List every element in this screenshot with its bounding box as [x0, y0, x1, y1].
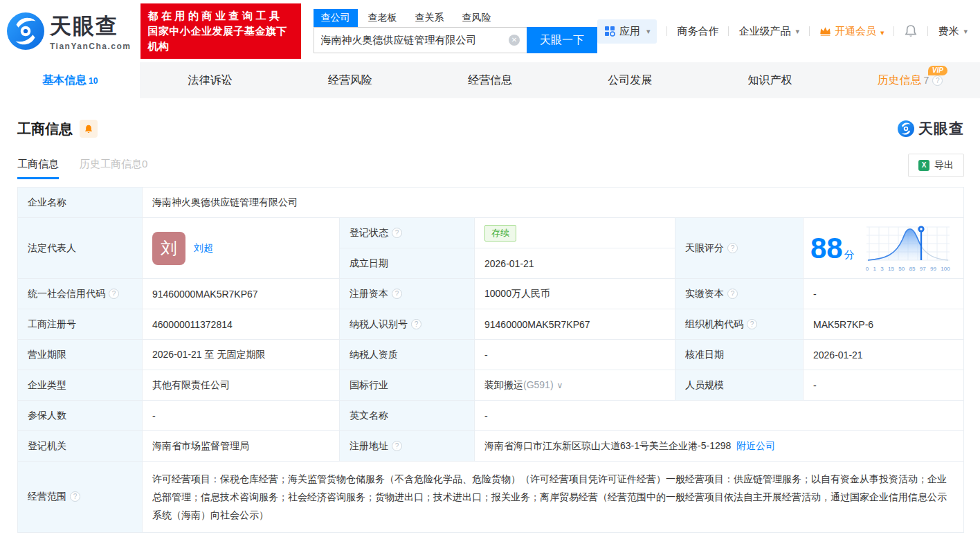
field-label: 组织机构代码: [675, 309, 804, 340]
export-button[interactable]: 导出: [908, 154, 964, 177]
watermark-label: 天眼查: [918, 119, 964, 138]
tab-operating-risk[interactable]: 经营风险: [280, 62, 420, 98]
search-tab-boss[interactable]: 查老板: [361, 9, 405, 27]
approval-date: 2026-01-21: [804, 340, 964, 370]
help-icon[interactable]: [727, 289, 738, 299]
slogan-banner: 都在用的商业查询工具 国家中小企业发展子基金旗下机构: [140, 3, 300, 58]
brand-name: 天眼查: [50, 12, 131, 41]
credit-code: 91460000MAK5R7KP67: [143, 279, 340, 309]
taxpayer-quality: -: [475, 340, 675, 370]
help-icon[interactable]: [932, 75, 943, 86]
chevron-down-icon[interactable]: [554, 379, 563, 390]
brand-domain: TianYanCha.com: [50, 42, 131, 51]
field-label: 纳税人识别号: [340, 309, 475, 340]
tab-basic-info[interactable]: 基本信息10: [0, 62, 140, 98]
field-label: 企业名称: [18, 188, 143, 218]
tab-history-info[interactable]: VIP 历史信息7: [840, 62, 980, 98]
help-icon[interactable]: [109, 289, 119, 299]
registered-capital: 10000万人民币: [475, 279, 675, 309]
help-icon[interactable]: [392, 289, 402, 299]
field-label: 登记状态: [340, 218, 475, 248]
field-label: 企业类型: [18, 370, 143, 401]
registration-status: 存续: [475, 218, 675, 248]
vip-badge: VIP: [928, 66, 947, 75]
company-type: 其他有限责任公司: [143, 370, 340, 401]
subtab-business-info[interactable]: 工商信息: [17, 158, 59, 179]
excel-icon: [918, 160, 929, 171]
industry-cell[interactable]: 装卸搬运(G591): [475, 370, 675, 401]
divider: [927, 26, 928, 36]
slogan-line2: 国家中小企业发展子基金旗下机构: [147, 24, 293, 54]
help-icon[interactable]: [411, 319, 421, 329]
field-label: 经营范围: [18, 462, 143, 533]
insured-count: -: [143, 401, 340, 431]
legal-representative-link[interactable]: 刘超: [194, 242, 213, 255]
help-icon[interactable]: [747, 319, 757, 329]
slogan-line1: 都在用的商业查询工具: [147, 8, 293, 24]
tab-count: 7: [923, 75, 929, 86]
crown-icon: [819, 26, 831, 36]
divider: [728, 26, 729, 36]
registered-address: 海南省海口市江东新区琼山大道63-1号美兰企业港-5-1298: [484, 440, 731, 451]
avatar[interactable]: 刘: [152, 232, 185, 265]
basic-info-section: 工商信息 天眼查 工商信息 历史工商信息0 导出 企业名称: [0, 98, 980, 537]
monitor-bell-button[interactable]: [80, 120, 98, 138]
help-icon[interactable]: [727, 243, 738, 253]
tab-company-development[interactable]: 公司发展: [560, 62, 700, 98]
score-value[interactable]: 88分: [810, 234, 855, 263]
nav-enterprise[interactable]: 企业级产品: [738, 25, 799, 38]
search-block: 查公司 查老板 查关系 查风险 天眼一下: [314, 9, 597, 53]
field-label: 核准日期: [675, 340, 804, 370]
divider: [809, 26, 810, 36]
field-label: 国标行业: [340, 370, 475, 401]
nav-vip-upgrade[interactable]: 开通会员: [819, 25, 884, 38]
business-info-table: 企业名称 海南神火奥德供应链管理有限公司 法定代表人 刘 刘超 登记状态 存续 …: [17, 187, 964, 533]
established-date: 2026-01-21: [475, 248, 675, 279]
field-label: 营业期限: [18, 340, 143, 370]
tab-business-info[interactable]: 经营信息: [420, 62, 560, 98]
field-label: 法定代表人: [18, 218, 143, 279]
search-tab-relation[interactable]: 查关系: [408, 9, 452, 27]
bell-icon: [84, 124, 93, 134]
table-row: 企业名称 海南神火奥德供应链管理有限公司: [18, 188, 964, 218]
tianyancha-logo-icon: [7, 12, 44, 50]
divider: [893, 26, 894, 36]
field-label: 注册地址: [340, 431, 475, 462]
search-button[interactable]: 天眼一下: [527, 27, 597, 53]
field-label: 英文名称: [340, 401, 475, 431]
divider: [666, 26, 667, 36]
company-name: 海南神火奥德供应链管理有限公司: [143, 188, 964, 218]
subtab-history-business-info[interactable]: 历史工商信息0: [80, 158, 147, 179]
field-label: 注册资本: [340, 279, 475, 309]
registry-authority: 海南省市场监督管理局: [143, 431, 340, 462]
tianyancha-mini-icon: [898, 120, 914, 137]
tab-intellectual-property[interactable]: 知识产权: [700, 62, 840, 98]
chevron-down-icon: [880, 26, 884, 37]
search-tab-company[interactable]: 查公司: [314, 9, 358, 27]
search-tabs: 查公司 查老板 查关系 查风险: [314, 9, 597, 27]
nav-username[interactable]: 费米: [938, 25, 968, 38]
tianyancha-logo[interactable]: 天眼查 TianYanCha.com: [7, 12, 131, 51]
legal-representative-cell: 刘 刘超: [143, 218, 340, 279]
table-row: 经营范围 许可经营项目：保税仓库经营；海关监管货物仓储服务（不含危险化学品、危险…: [18, 462, 964, 533]
company-main-tabs: 基本信息10 法律诉讼 经营风险 经营信息 公司发展 知识产权 VIP 历史信息…: [0, 62, 980, 98]
notification-bell-icon[interactable]: [904, 24, 918, 38]
registered-address-cell: 海南省海口市江东新区琼山大道63-1号美兰企业港-5-1298 附近公司: [475, 431, 964, 462]
table-row: 法定代表人 刘 刘超 登记状态 存续 天眼评分 88分: [18, 218, 964, 248]
help-icon[interactable]: [392, 228, 402, 238]
organization-code: MAK5R7KP-6: [804, 309, 964, 340]
english-name: -: [475, 401, 964, 431]
apps-grid-icon: [604, 26, 615, 37]
search-input[interactable]: [314, 27, 527, 53]
score-axis-ticks: 0131550859799100: [866, 266, 950, 272]
nav-cooperation[interactable]: 商务合作: [677, 25, 718, 38]
clear-icon[interactable]: [509, 35, 520, 46]
search-tab-risk[interactable]: 查风险: [455, 9, 499, 27]
apps-menu[interactable]: 应用: [597, 19, 657, 44]
help-icon[interactable]: [392, 441, 402, 451]
nearby-companies-link[interactable]: 附近公司: [736, 440, 775, 451]
tab-legal-proceedings[interactable]: 法律诉讼: [140, 62, 280, 98]
help-icon[interactable]: [70, 491, 80, 502]
table-row: 营业期限 2026-01-21 至 无固定期限 纳税人资质 - 核准日期 202…: [18, 340, 964, 370]
paid-capital: -: [804, 279, 964, 309]
